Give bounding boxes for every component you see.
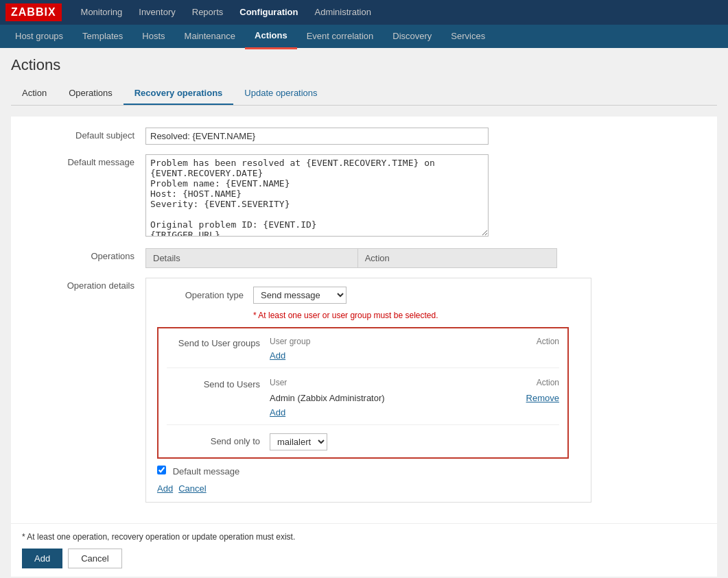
page-title: Actions [11, 56, 717, 74]
bottom-buttons: Add Cancel [22, 549, 706, 568]
user-row: Admin (Zabbix Administrator) Remove [270, 392, 559, 405]
nav-inventory[interactable]: Inventory [130, 0, 183, 25]
subnav-services[interactable]: Services [441, 25, 495, 48]
user-group-action-header: Action [491, 337, 559, 346]
nav-monitoring[interactable]: Monitoring [73, 0, 131, 25]
tabs-bar: Action Operations Recovery operations Up… [11, 82, 717, 106]
nav-configuration[interactable]: Configuration [231, 0, 306, 25]
users-row: Send to Users User Action Admin (Zabbix … [167, 376, 559, 418]
add-operation-btn[interactable]: Add [157, 483, 173, 494]
user-group-col-header: User group [270, 337, 491, 346]
default-message-textarea[interactable]: Problem has been resolved at {EVENT.RECO… [145, 154, 489, 237]
tab-update-operations[interactable]: Update operations [233, 82, 328, 105]
op-details-row: Operation details Operation type Send me… [22, 278, 706, 503]
subnav-templates[interactable]: Templates [73, 25, 132, 48]
default-message-checkbox[interactable] [157, 466, 166, 474]
ops-col-action: Action [357, 249, 556, 268]
operations-control: Details Action [145, 248, 706, 268]
user-groups-label: Send to User groups [167, 335, 270, 348]
users-label: Send to Users [167, 376, 270, 389]
default-message-label: Default message [22, 154, 145, 167]
remove-user-btn[interactable]: Remove [526, 393, 559, 403]
users-content: User Action Admin (Zabbix Administrator)… [270, 376, 559, 418]
default-subject-control: Resolved: {EVENT.NAME} [145, 128, 706, 145]
default-subject-row: Default subject Resolved: {EVENT.NAME} [22, 128, 706, 145]
users-action-header: Action [491, 378, 559, 387]
tab-action[interactable]: Action [11, 82, 58, 105]
subnav-host-groups[interactable]: Host groups [5, 25, 73, 48]
user-groups-section: Send to User groups User group Action Ad… [167, 335, 559, 368]
operations-label: Operations [22, 248, 145, 261]
send-only-to-label: Send only to [167, 433, 270, 446]
send-only-to-section: Send only to mailalert [167, 433, 559, 450]
user-groups-content: User group Action Add [270, 335, 559, 361]
subnav-event-correlation[interactable]: Event correlation [297, 25, 384, 48]
user-col-header: User [270, 378, 491, 387]
default-message-control: Problem has been resolved at {EVENT.RECO… [145, 154, 706, 239]
default-message-checkbox-row: Default message [157, 466, 580, 477]
subnav-hosts[interactable]: Hosts [132, 25, 174, 48]
default-subject-label: Default subject [22, 128, 145, 141]
subnav-discovery[interactable]: Discovery [383, 25, 441, 48]
required-msg: * At least one user or user group must b… [253, 311, 580, 320]
default-message-checkbox-label: Default message [157, 466, 239, 477]
operations-row: Operations Details Action [22, 248, 706, 268]
subnav-actions[interactable]: Actions [245, 24, 297, 49]
logo: ZABBIX [5, 3, 62, 21]
tab-recovery-operations[interactable]: Recovery operations [124, 82, 234, 105]
op-type-row: Operation type Send message Notify all i… [157, 287, 580, 304]
send-only-to-row: Send only to mailalert [167, 433, 559, 450]
bottom-section: * At least one operation, recovery opera… [11, 523, 717, 577]
add-user-btn[interactable]: Add [270, 407, 285, 418]
nav-reports[interactable]: Reports [184, 0, 232, 25]
cancel-btn[interactable]: Cancel [68, 549, 121, 568]
send-only-to-select[interactable]: mailalert [270, 433, 327, 450]
ops-col-details: Details [146, 249, 358, 268]
default-message-row: Default message Problem has been resolve… [22, 154, 706, 239]
tab-operations[interactable]: Operations [58, 82, 124, 105]
cancel-operation-btn[interactable]: Cancel [178, 483, 206, 494]
add-btn[interactable]: Add [22, 549, 62, 568]
user-name: Admin (Zabbix Administrator) [270, 393, 491, 403]
user-groups-row: Send to User groups User group Action Ad… [167, 335, 559, 361]
users-header: User Action [270, 376, 559, 389]
add-user-group-btn[interactable]: Add [270, 350, 285, 361]
nav-administration[interactable]: Administration [307, 0, 379, 25]
send-only-to-content: mailalert [270, 433, 559, 450]
add-cancel-inline-row: Add Cancel [157, 483, 580, 494]
op-type-label: Operation type [157, 290, 253, 300]
user-groups-header: User group Action [270, 335, 559, 348]
red-bordered-box: Send to User groups User group Action Ad… [157, 327, 569, 459]
default-message-checkbox-text: Default message [173, 466, 240, 477]
op-details-box: Operation type Send message Notify all i… [145, 278, 591, 503]
op-details-label: Operation details [22, 278, 145, 291]
users-section: Send to Users User Action Admin (Zabbix … [167, 376, 559, 425]
default-subject-input[interactable]: Resolved: {EVENT.NAME} [145, 128, 489, 145]
op-details-control: Operation type Send message Notify all i… [145, 278, 706, 503]
warning-msg: * At least one operation, recovery opera… [22, 532, 706, 542]
user-action: Remove [491, 393, 559, 403]
subnav-maintenance[interactable]: Maintenance [175, 25, 245, 48]
operations-table: Details Action [145, 248, 557, 268]
op-type-select[interactable]: Send message Notify all involved [253, 287, 347, 304]
